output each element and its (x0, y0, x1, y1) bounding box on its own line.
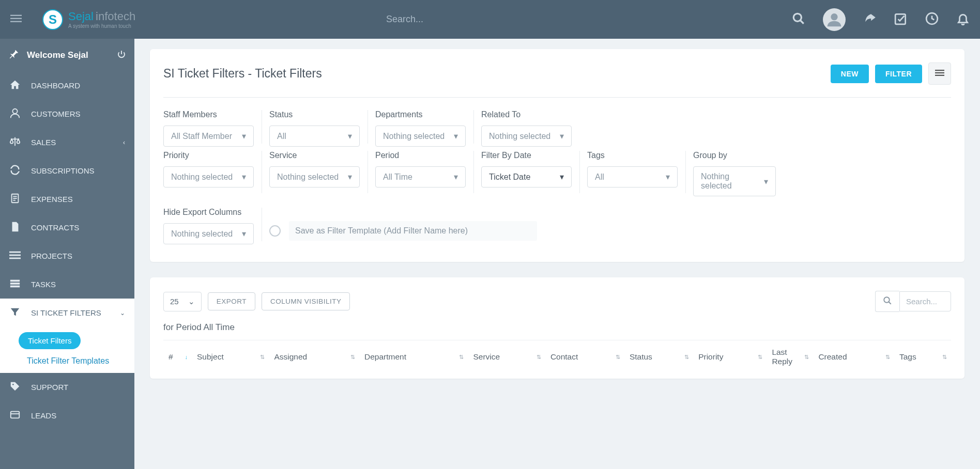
staff-label: Staff Members (163, 110, 254, 119)
filterdate-label: Filter By Date (481, 151, 572, 160)
dept-dropdown[interactable]: Nothing selected▾ (375, 126, 466, 147)
sidebar-item-support[interactable]: SUPPORT (0, 373, 134, 401)
sidebar-item-label: CUSTOMERS (31, 110, 81, 118)
sidebar-item-label: TASKS (31, 280, 56, 289)
list-view-button[interactable] (928, 62, 951, 85)
caret-icon: ▾ (242, 131, 246, 141)
sidebar-item-si-ticket-filters[interactable]: SI TICKET FILTERS ⌄ (0, 299, 134, 327)
brand-logo[interactable]: S Sejal infotech A system with human tou… (42, 9, 135, 30)
svg-line-4 (800, 20, 804, 24)
filter-button[interactable]: FILTER (875, 65, 922, 83)
sidebar-item-tasks[interactable]: TASKS (0, 270, 134, 299)
document-icon (9, 193, 21, 206)
subitem-ticket-filter-templates[interactable]: Ticket Filter Templates (0, 349, 134, 366)
sidebar-item-label: EXPENSES (31, 195, 73, 204)
sidebar-item-sales[interactable]: SALES ‹ (0, 128, 134, 157)
filter-template-name-input[interactable] (289, 221, 537, 241)
sort-icon: ⇅ (885, 355, 890, 359)
sidebar-item-label: DASHBOARD (31, 81, 80, 90)
caret-icon: ▾ (560, 172, 564, 182)
menu-toggle-button[interactable] (10, 13, 22, 26)
sidebar-item-customers[interactable]: CUSTOMERS (0, 100, 134, 128)
col-created[interactable]: Created⇅ (813, 340, 894, 374)
sidebar-item-leads[interactable]: LEADS (0, 401, 134, 430)
svg-rect-1 (10, 18, 22, 19)
svg-rect-18 (10, 286, 20, 288)
sidebar-item-label: SI TICKET FILTERS (31, 308, 101, 317)
svg-rect-15 (9, 258, 21, 259)
sort-icon: ⇅ (537, 355, 541, 359)
brand-badge: S (42, 9, 63, 30)
groupby-label: Group by (693, 151, 771, 160)
col-status[interactable]: Status⇅ (624, 340, 693, 374)
refresh-icon (9, 164, 21, 177)
table-search-input[interactable] (899, 291, 951, 311)
results-table: #↓ Subject⇅ Assigned⇅ Department⇅ Servic… (163, 340, 951, 373)
groupby-dropdown[interactable]: Nothing selected▾ (693, 166, 776, 196)
sidebar-item-projects[interactable]: PROJECTS (0, 242, 134, 270)
col-contact[interactable]: Contact⇅ (545, 340, 624, 374)
svg-rect-16 (10, 280, 20, 282)
col-assigned[interactable]: Assigned⇅ (269, 340, 359, 374)
status-label: Status (269, 110, 360, 119)
col-priority[interactable]: Priority⇅ (693, 340, 767, 374)
col-last-reply[interactable]: Last Reply⇅ (767, 340, 813, 374)
related-dropdown[interactable]: Nothing selected▾ (481, 126, 572, 147)
svg-rect-23 (935, 72, 944, 73)
caret-icon: ▾ (560, 131, 564, 141)
staff-dropdown[interactable]: All Staff Member▾ (163, 126, 254, 147)
clock-icon[interactable] (925, 12, 939, 27)
subitem-ticket-filters[interactable]: Ticket Filters (19, 332, 81, 349)
sidebar-item-expenses[interactable]: EXPENSES (0, 185, 134, 213)
bell-icon[interactable] (956, 12, 970, 27)
svg-point-25 (884, 297, 890, 303)
checkbox-icon[interactable] (894, 12, 908, 27)
share-icon[interactable] (863, 12, 877, 27)
sidebar: Welcome Sejal DASHBOARD CUSTOMERS SALES … (0, 39, 134, 469)
sidebar-item-label: SUPPORT (31, 383, 68, 392)
sidebar-item-subscriptions[interactable]: SUBSCRIPTIONS (0, 157, 134, 185)
col-tags[interactable]: Tags⇅ (894, 340, 951, 374)
caret-icon: ▾ (764, 177, 768, 186)
chevron-down-icon: ⌄ (120, 309, 125, 317)
new-button[interactable]: NEW (831, 65, 869, 83)
search-icon[interactable] (792, 12, 805, 27)
page-title: SI Ticket Filters - Ticket Filters (163, 67, 322, 81)
service-dropdown[interactable]: Nothing selected▾ (269, 166, 360, 187)
svg-rect-22 (935, 70, 944, 71)
period-dropdown[interactable]: All Time▾ (375, 166, 466, 187)
sort-icon: ⇅ (758, 355, 762, 359)
tags-dropdown[interactable]: All▾ (587, 166, 678, 187)
search-icon[interactable] (875, 291, 899, 312)
col-number[interactable]: #↓ (163, 340, 192, 374)
chevron-down-icon: ⌄ (188, 297, 195, 306)
period-label: Period (375, 151, 466, 160)
save-template-radio[interactable] (269, 225, 281, 237)
svg-rect-20 (11, 412, 20, 418)
user-avatar[interactable] (823, 8, 846, 31)
home-icon (9, 79, 21, 92)
column-visibility-button[interactable]: COLUMN VISIBILITY (262, 292, 350, 310)
filterdate-dropdown[interactable]: Ticket Date▾ (481, 166, 572, 187)
top-search-input[interactable] (386, 14, 541, 25)
hideexport-dropdown[interactable]: Nothing selected▾ (163, 223, 254, 244)
col-subject[interactable]: Subject⇅ (192, 340, 269, 374)
col-service[interactable]: Service⇅ (468, 340, 545, 374)
sidebar-welcome: Welcome Sejal (0, 39, 134, 71)
sidebar-item-dashboard[interactable]: DASHBOARD (0, 71, 134, 100)
status-dropdown[interactable]: All▾ (269, 126, 360, 147)
caret-icon: ▾ (454, 131, 458, 141)
page-size-select[interactable]: 25 ⌄ (163, 292, 202, 311)
sidebar-item-label: SUBSCRIPTIONS (31, 166, 95, 175)
priority-dropdown[interactable]: Nothing selected▾ (163, 166, 254, 187)
related-label: Related To (481, 110, 572, 119)
scales-icon (9, 136, 21, 149)
svg-point-3 (793, 13, 801, 21)
top-icons (792, 8, 970, 31)
tags-label: Tags (587, 151, 678, 160)
export-button[interactable]: EXPORT (208, 292, 255, 310)
col-department[interactable]: Department⇅ (359, 340, 468, 374)
power-icon[interactable] (117, 50, 126, 60)
file-icon (9, 221, 21, 234)
sidebar-item-contracts[interactable]: CONTRACTS (0, 213, 134, 242)
